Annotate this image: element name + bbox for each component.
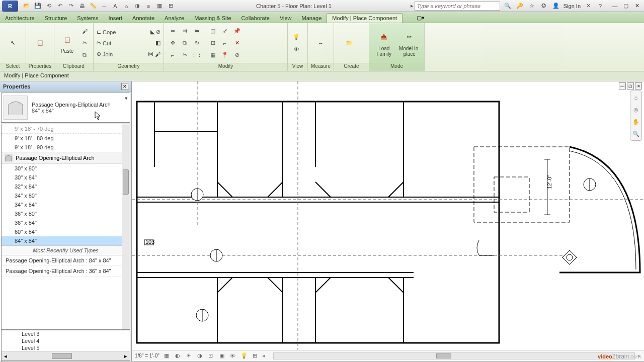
properties-button[interactable]: 📋 xyxy=(29,35,51,52)
tab-analyze[interactable]: Analyze xyxy=(159,14,189,23)
create-button[interactable]: 📁 xyxy=(337,35,361,52)
app-logo[interactable]: R xyxy=(2,1,18,12)
view-close-button[interactable]: ✕ xyxy=(635,82,642,89)
corner-icon[interactable]: ⌐ xyxy=(219,38,230,49)
crop-view-icon[interactable]: ⊡ xyxy=(207,352,215,360)
type-item-selected[interactable]: 84" x 84" xyxy=(2,236,130,245)
mru-item[interactable]: Passage Opening-Elliptical Arch : 36" x … xyxy=(2,266,130,277)
tab-view[interactable]: View xyxy=(275,14,297,23)
type-list-scrollbar[interactable] xyxy=(122,124,130,329)
tab-annotate[interactable]: Annotate xyxy=(127,14,159,23)
cut-geom-label[interactable]: Cut xyxy=(103,40,111,46)
wheel-icon[interactable]: ◎ xyxy=(631,105,640,114)
split-face-icon[interactable]: ◧ xyxy=(155,40,160,46)
tree-item[interactable]: Level 3 xyxy=(2,330,130,337)
cut-clipboard-icon[interactable]: ✂ xyxy=(79,38,90,49)
sync-icon[interactable]: ⟲ xyxy=(44,2,53,11)
section-icon[interactable]: ◑ xyxy=(133,2,142,11)
demolish-icon[interactable]: ⊘ xyxy=(156,29,160,35)
tab-architecture[interactable]: Architecture xyxy=(0,14,40,23)
measure-qat-icon[interactable]: 📏 xyxy=(89,2,98,11)
type-item[interactable]: 30" x 80" xyxy=(2,164,130,173)
open-icon[interactable]: 📂 xyxy=(22,2,31,11)
override-icon[interactable]: 👁 xyxy=(291,44,302,55)
search-input[interactable] xyxy=(415,2,500,11)
signin-link[interactable]: Sign In xyxy=(564,3,581,9)
tab-insert[interactable]: Insert xyxy=(104,14,128,23)
offset-icon[interactable]: ⇉ xyxy=(179,26,190,37)
type-item[interactable]: 30" x 84" xyxy=(2,173,130,182)
ribbon-panel-toggle-icon[interactable]: ▢▾ xyxy=(413,13,429,23)
minimize-button[interactable]: — xyxy=(610,2,620,10)
mirror-pick-icon[interactable]: ◫ xyxy=(207,26,218,37)
worksharing-display-icon[interactable]: ⊞ xyxy=(251,352,259,360)
thinlines-icon[interactable]: ≡ xyxy=(144,2,153,11)
cut-geom-icon[interactable]: ✂ xyxy=(97,40,101,46)
type-item[interactable]: 9' x 18' - 70 deg xyxy=(2,124,130,134)
3d-icon[interactable]: ⌂ xyxy=(122,2,131,11)
array-icon[interactable]: ⋮⋮ xyxy=(191,50,202,61)
modify-tool[interactable]: ↖ xyxy=(3,35,23,52)
type-item[interactable]: 36" x 80" xyxy=(2,209,130,218)
chevron-down-icon[interactable]: ▾ xyxy=(125,95,128,102)
hide-icon[interactable]: 💡 xyxy=(291,32,302,43)
redo-icon[interactable]: ↷ xyxy=(66,2,75,11)
help-icon[interactable]: ? xyxy=(596,2,605,11)
type-item[interactable]: 9' x 18' - 80 deg xyxy=(2,134,130,143)
type-item[interactable]: 9' x 18' - 90 deg xyxy=(2,143,130,152)
type-item[interactable]: 32" x 84" xyxy=(2,182,130,191)
home-nav-icon[interactable]: ⌂ xyxy=(631,93,640,102)
type-item[interactable]: 36" x 84" xyxy=(2,218,130,227)
sun-path-icon[interactable]: ☀ xyxy=(185,352,193,360)
notch-icon[interactable]: ◣ xyxy=(150,29,154,35)
shadows-icon[interactable]: ◑ xyxy=(196,352,204,360)
group-icon[interactable]: ▦ xyxy=(207,50,218,61)
drawing-canvas[interactable]: 12'-0" 103 — ▢ ✕ ⌂ ◎ ✋ 🔍 1/8" = 1'-0" ▦ … xyxy=(132,81,644,361)
move-icon[interactable]: ✥ xyxy=(167,38,178,49)
mru-item[interactable]: Passage Opening-Elliptical Arch : 84" x … xyxy=(2,255,130,266)
pin-icon[interactable]: 📍 xyxy=(219,50,230,61)
tree-item[interactable]: Level 4 xyxy=(2,337,130,344)
switch-windows-icon[interactable]: ⊞ xyxy=(166,2,175,11)
trim-icon[interactable]: ⌐ xyxy=(167,50,178,61)
dimension-icon[interactable]: ↔ xyxy=(100,2,109,11)
unpin-icon[interactable]: 📌 xyxy=(231,26,243,37)
align-icon[interactable]: ⇔ xyxy=(167,26,178,37)
demolish2-icon[interactable]: ⊘ xyxy=(231,50,243,61)
tree-item[interactable]: Level 5 xyxy=(2,344,130,351)
cope-icon[interactable]: ⊏ xyxy=(97,29,101,35)
join-icon[interactable]: ⊕ xyxy=(97,51,101,57)
paste-button[interactable]: 📋Paste xyxy=(57,31,77,55)
user-icon[interactable]: 👤 xyxy=(551,2,560,11)
match-type-icon[interactable]: 🖌 xyxy=(79,26,90,37)
canvas-horizontal-scrollbar[interactable] xyxy=(273,352,635,359)
subscription-icon[interactable]: ✪ xyxy=(539,2,548,11)
visual-style-icon[interactable]: ◐ xyxy=(174,352,182,360)
print-icon[interactable]: 🖶 xyxy=(77,2,87,11)
copy-clipboard-icon[interactable]: ⧉ xyxy=(79,50,90,61)
type-category[interactable]: Passage Opening-Elliptical Arch xyxy=(2,152,130,164)
delete-icon[interactable]: ✕ xyxy=(231,38,243,49)
tab-massing-site[interactable]: Massing & Site xyxy=(189,14,236,23)
extend-icon[interactable]: ⊞ xyxy=(207,38,218,49)
tab-manage[interactable]: Manage xyxy=(297,14,327,23)
rotate-icon[interactable]: ↻ xyxy=(191,38,202,49)
tab-modify-place-component[interactable]: Modify | Place Component xyxy=(327,13,403,23)
copy-icon[interactable]: ⧉ xyxy=(179,38,190,49)
type-item[interactable]: 60" x 84" xyxy=(2,227,130,236)
type-item[interactable]: 34" x 84" xyxy=(2,200,130,209)
scale-icon[interactable]: ⤢ xyxy=(219,26,230,37)
mirror-axis-icon[interactable]: ⇋ xyxy=(191,26,202,37)
binoculars-icon[interactable]: 🔍 xyxy=(503,2,512,11)
pan-icon[interactable]: ✋ xyxy=(631,117,640,126)
properties-close-button[interactable]: ✕ xyxy=(121,83,128,90)
save-icon[interactable]: 💾 xyxy=(33,2,42,11)
view-maximize-button[interactable]: ▢ xyxy=(627,82,634,89)
crop-region-icon[interactable]: ▣ xyxy=(218,352,226,360)
tab-systems[interactable]: Systems xyxy=(72,14,103,23)
maximize-button[interactable]: ▢ xyxy=(621,2,631,10)
zoom-icon[interactable]: 🔍 xyxy=(631,129,640,138)
join-label[interactable]: Join xyxy=(103,51,113,57)
split-icon[interactable]: ✂ xyxy=(179,50,190,61)
cope-label[interactable]: Cope xyxy=(103,29,116,35)
